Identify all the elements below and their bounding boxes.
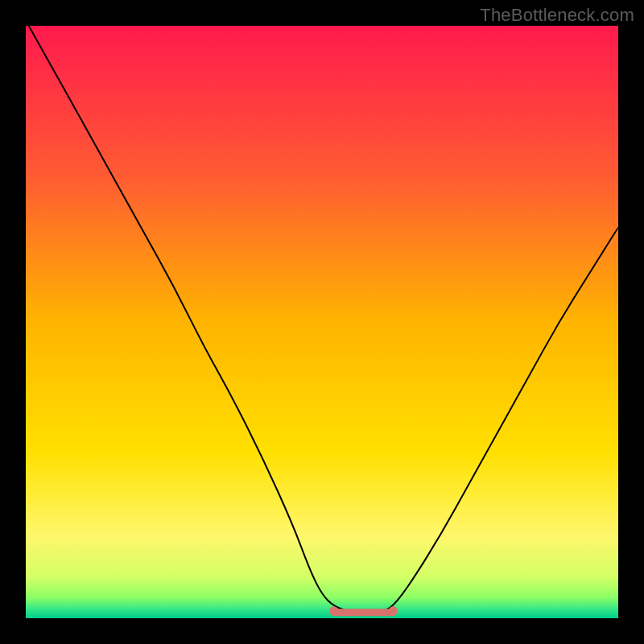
chart-frame: TheBottleneck.com (0, 0, 644, 644)
curve-overlay (26, 26, 618, 618)
bottleneck-curve (29, 26, 618, 613)
svg-point-2 (389, 606, 398, 615)
watermark-text: TheBottleneck.com (480, 5, 634, 26)
svg-point-1 (329, 606, 338, 615)
plot-area (26, 26, 618, 618)
